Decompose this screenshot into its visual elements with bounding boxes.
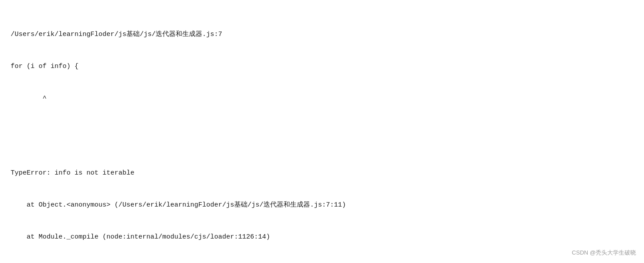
line-0: /Users/erik/learningFloder/js基础/js/迭代器和生… (11, 29, 633, 40)
watermark-text: CSDN @秃头大学生破晓 (572, 249, 636, 257)
line-1: for (i of info) { (11, 61, 633, 72)
line-2: ^ (11, 93, 633, 104)
line-7: at Module._compile (node:internal/module… (11, 232, 633, 243)
terminal-output: /Users/erik/learningFloder/js基础/js/迭代器和生… (0, 0, 644, 263)
line-5: TypeError: info is not iterable (11, 168, 633, 179)
line-6: at Object.<anonymous> (/Users/erik/learn… (11, 200, 633, 211)
